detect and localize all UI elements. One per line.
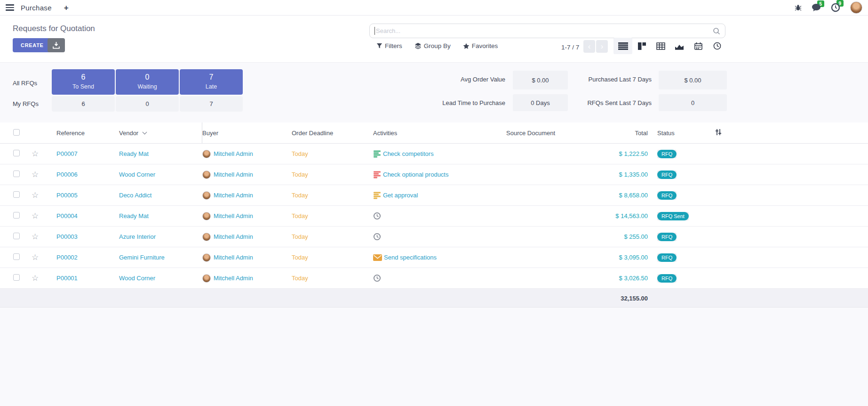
vendor-link[interactable]: Azure Interior <box>119 233 156 240</box>
list-view-icon[interactable] <box>613 38 632 54</box>
activities-header[interactable]: Activities <box>373 130 506 137</box>
favorite-star-icon[interactable]: ☆ <box>32 170 39 179</box>
activity-cell[interactable]: Check competitors <box>373 150 506 158</box>
select-all-checkbox[interactable] <box>13 129 20 136</box>
plus-icon[interactable]: + <box>64 4 69 12</box>
buyer-header[interactable]: Buyer <box>202 130 292 137</box>
order-deadline: Today <box>292 212 308 219</box>
create-button[interactable]: CREATE <box>13 38 52 52</box>
buyer-link[interactable]: Mitchell Admin <box>214 212 253 219</box>
messages-icon[interactable]: 5 <box>812 3 821 12</box>
total-amount: $ 3,026.50 <box>619 275 648 282</box>
favorite-star-icon[interactable]: ☆ <box>32 253 39 262</box>
activity-label[interactable]: Check optional products <box>383 171 448 178</box>
vendor-link[interactable]: Ready Mat <box>119 212 149 219</box>
buyer-link[interactable]: Mitchell Admin <box>214 254 253 261</box>
buyer-link[interactable]: Mitchell Admin <box>214 150 253 157</box>
buyer-link[interactable]: Mitchell Admin <box>214 275 253 282</box>
row-checkbox[interactable] <box>13 212 20 219</box>
table-row[interactable]: ☆ P00003 Azure Interior Mitchell Admin T… <box>0 227 868 247</box>
favorite-star-icon[interactable]: ☆ <box>32 232 39 241</box>
export-button[interactable] <box>48 38 65 52</box>
reference-header[interactable]: Reference <box>45 130 119 137</box>
search-input[interactable] <box>375 27 713 34</box>
pivot-view-icon[interactable] <box>651 38 670 54</box>
activity-cell[interactable]: Check optional products <box>373 171 506 179</box>
reference-link[interactable]: P00002 <box>56 254 78 261</box>
bug-icon[interactable] <box>795 4 802 11</box>
buyer-link[interactable]: Mitchell Admin <box>214 171 253 178</box>
reference-link[interactable]: P00005 <box>56 192 78 199</box>
activity-cell[interactable]: Send specifications <box>373 254 506 261</box>
order-deadline: Today <box>292 171 308 178</box>
activity-clock-icon[interactable]: 9 <box>831 3 840 12</box>
optional-columns-icon[interactable] <box>708 129 868 137</box>
total-amount: $ 14,563.00 <box>615 212 648 219</box>
deadline-header[interactable]: Order Deadline <box>292 130 373 137</box>
vendor-link[interactable]: Wood Corner <box>119 275 155 282</box>
activity-view-icon[interactable] <box>708 38 726 54</box>
user-avatar[interactable] <box>850 1 862 14</box>
row-checkbox[interactable] <box>13 233 20 239</box>
my-to-send-count[interactable]: 6 <box>52 96 115 112</box>
vendor-link[interactable]: Ready Mat <box>119 150 149 157</box>
buyer-avatar <box>202 212 211 220</box>
vendor-link[interactable]: Wood Corner <box>119 171 155 178</box>
tile-late[interactable]: 7 Late <box>180 69 243 95</box>
activity-label[interactable]: Check competitors <box>383 150 434 157</box>
reference-link[interactable]: P00003 <box>56 233 78 240</box>
activity-label[interactable]: Get approval <box>383 192 418 199</box>
vendor-header[interactable]: Vendor <box>119 122 202 143</box>
reference-link[interactable]: P00006 <box>56 171 78 178</box>
favorite-star-icon[interactable]: ☆ <box>32 274 39 283</box>
row-checkbox[interactable] <box>13 274 20 281</box>
my-waiting-count[interactable]: 0 <box>116 96 179 112</box>
activity-cell[interactable] <box>373 274 506 282</box>
kanban-view-icon[interactable] <box>632 38 651 54</box>
app-name[interactable]: Purchase <box>21 4 52 12</box>
filters-button[interactable]: Filters <box>376 42 402 49</box>
vendor-link[interactable]: Gemini Furniture <box>119 254 165 261</box>
table-row[interactable]: ☆ P00005 Deco Addict Mitchell Admin Toda… <box>0 185 868 206</box>
reference-link[interactable]: P00007 <box>56 150 78 157</box>
all-rfqs-label: All RFQs <box>13 80 37 87</box>
buyer-avatar <box>202 150 211 158</box>
tile-waiting[interactable]: 0 Waiting <box>116 69 179 95</box>
my-late-count[interactable]: 7 <box>180 96 243 112</box>
favorites-button[interactable]: Favorites <box>463 42 498 49</box>
pager-prev-button[interactable]: ‹ <box>583 40 595 53</box>
purchase-dashboard: All RFQs My RFQs 6 To Send 0 Waiting 7 L… <box>0 63 868 122</box>
vendor-link[interactable]: Deco Addict <box>119 192 151 199</box>
activity-cell[interactable] <box>373 212 506 220</box>
calendar-view-icon[interactable] <box>689 38 708 54</box>
buyer-link[interactable]: Mitchell Admin <box>214 233 253 240</box>
group-by-button[interactable]: Group By <box>414 42 451 49</box>
favorite-star-icon[interactable]: ☆ <box>32 149 39 158</box>
search-bar[interactable] <box>369 24 725 38</box>
table-row[interactable]: ☆ P00002 Gemini Furniture Mitchell Admin… <box>0 247 868 268</box>
row-checkbox[interactable] <box>13 150 20 156</box>
row-checkbox[interactable] <box>13 171 20 177</box>
graph-view-icon[interactable] <box>670 38 689 54</box>
apps-menu-icon[interactable] <box>6 4 14 11</box>
table-row[interactable]: ☆ P00007 Ready Mat Mitchell Admin Today … <box>0 144 868 164</box>
table-row[interactable]: ☆ P00004 Ready Mat Mitchell Admin Today … <box>0 206 868 227</box>
favorite-star-icon[interactable]: ☆ <box>32 211 39 220</box>
activity-cell[interactable] <box>373 233 506 241</box>
activity-cell[interactable]: Get approval <box>373 192 506 199</box>
status-header[interactable]: Status <box>652 130 708 137</box>
table-row[interactable]: ☆ P00001 Wood Corner Mitchell Admin Toda… <box>0 268 868 289</box>
source-header[interactable]: Source Document <box>506 130 560 137</box>
buyer-link[interactable]: Mitchell Admin <box>214 192 253 199</box>
pager-next-button[interactable]: › <box>596 40 608 53</box>
status-badge: RFQ <box>657 274 677 283</box>
row-checkbox[interactable] <box>13 191 20 198</box>
activity-label[interactable]: Send specifications <box>384 254 437 261</box>
table-row[interactable]: ☆ P00006 Wood Corner Mitchell Admin Toda… <box>0 164 868 185</box>
row-checkbox[interactable] <box>13 253 20 260</box>
total-header[interactable]: Total <box>560 130 652 137</box>
reference-link[interactable]: P00004 <box>56 212 78 219</box>
tile-to-send[interactable]: 6 To Send <box>52 69 115 95</box>
reference-link[interactable]: P00001 <box>56 275 78 282</box>
favorite-star-icon[interactable]: ☆ <box>32 191 39 200</box>
